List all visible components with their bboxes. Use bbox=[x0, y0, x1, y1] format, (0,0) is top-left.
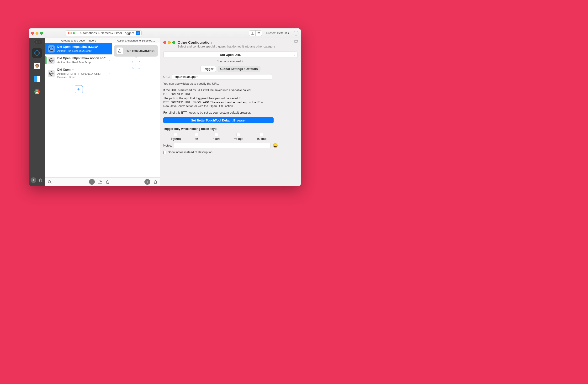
explain-default-browser: For all of this BTT needs to be set as y… bbox=[163, 111, 297, 115]
window-controls bbox=[31, 32, 43, 35]
actions-column-header: Actions Assigned to Selected… bbox=[112, 38, 160, 43]
modifier-keys-title: Trigger only while holding these keys: bbox=[163, 127, 297, 131]
brave-icon: 🦁 bbox=[34, 63, 40, 69]
trigger-row[interactable]: Did Open: https://www.notion.so/* Action… bbox=[45, 55, 112, 66]
trigger-category-label: Automations & Named & Other Triggers bbox=[80, 31, 134, 35]
window-stack-icon[interactable] bbox=[294, 40, 298, 43]
set-default-browser-button[interactable]: Set BetterTouchTool Default Browser bbox=[163, 117, 273, 123]
minimize-window-button[interactable] bbox=[36, 32, 39, 35]
add-action-button[interactable]: + bbox=[132, 61, 140, 69]
columns-view-button[interactable] bbox=[249, 31, 255, 36]
actions-footer: + bbox=[112, 177, 160, 186]
more-menu-button[interactable]: ⋯ bbox=[294, 31, 298, 36]
inner-window-controls bbox=[163, 41, 175, 44]
delete-app-button[interactable] bbox=[38, 177, 43, 183]
url-trigger-icon bbox=[48, 45, 55, 53]
config-tabs: Trigger Global Settings / Defaults bbox=[160, 66, 301, 72]
category-stepper[interactable]: ▴▾ bbox=[136, 31, 140, 35]
fn-checkbox[interactable] bbox=[195, 133, 198, 136]
config-subtitle: Select and configure special triggers th… bbox=[178, 45, 275, 48]
sidebar-app-brave[interactable]: 🦁 bbox=[32, 61, 42, 71]
fn-label: fn bbox=[195, 137, 198, 141]
actions-column: Actions Assigned to Selected… Run Real J… bbox=[112, 38, 160, 186]
opt-label: ⌥ opt bbox=[234, 137, 243, 141]
globe-icon bbox=[34, 50, 40, 56]
chrome-icon bbox=[34, 89, 40, 95]
cmd-label: ⌘ cmd bbox=[257, 137, 266, 141]
list-view-button[interactable] bbox=[255, 31, 262, 36]
chevron-right-icon: › bbox=[109, 47, 110, 51]
trigger-title: Did Open: https://www.notion.so/* bbox=[57, 57, 106, 61]
tab-global-settings[interactable]: Global Settings / Defaults bbox=[217, 66, 260, 72]
add-action-footer-button[interactable]: + bbox=[145, 179, 150, 185]
trigger-subtitle: Action: URL: {BTT_OPENED_URL}, Browser: … bbox=[57, 72, 106, 79]
enabled-indicator bbox=[45, 56, 46, 64]
trigger-type-select[interactable]: Did Open URL ⌄ bbox=[163, 52, 297, 58]
chevron-down-icon: ⌄ bbox=[293, 53, 295, 56]
explain-var2: The path of the app that triggered the o… bbox=[163, 97, 263, 108]
show-notes-checkbox[interactable] bbox=[163, 151, 167, 154]
emoji-picker-button[interactable]: 😀 bbox=[273, 143, 278, 148]
config-title: Other Configuration bbox=[178, 40, 275, 44]
show-notes-label: Show notes instead of description bbox=[168, 151, 212, 154]
config-panel: Other Configuration Select and configure… bbox=[160, 38, 301, 186]
trigger-row[interactable]: Did Open: https://linear.app/* Action: R… bbox=[45, 43, 112, 55]
explain-var1: If the URL is matched by BTT it will be … bbox=[163, 89, 251, 96]
console-button[interactable]: >>> bbox=[34, 40, 42, 44]
modifier-keys-row: ⇧(shift) fn ^ ctrl ⌥ opt ⌘ cmd bbox=[163, 133, 273, 141]
chevron-right-icon: › bbox=[109, 59, 110, 62]
opt-checkbox[interactable] bbox=[237, 133, 240, 136]
trigger-row[interactable]: Did Open: * Action: URL: {BTT_OPENED_URL… bbox=[45, 66, 112, 81]
url-trigger-icon bbox=[48, 70, 55, 77]
actions-assigned-label[interactable]: 1 actions assigned + bbox=[160, 60, 301, 63]
chevron-right-icon: › bbox=[109, 72, 110, 75]
triggers-column-header: Groups & Top Level Triggers bbox=[45, 38, 112, 43]
url-trigger-icon bbox=[48, 57, 55, 64]
action-item[interactable]: Run Real JavaScript bbox=[114, 45, 158, 57]
notes-label: Notes: bbox=[163, 144, 172, 147]
ctrl-label: ^ ctrl bbox=[213, 137, 220, 141]
app-sidebar: >>> 🦁 + bbox=[29, 38, 45, 186]
ctrl-checkbox[interactable] bbox=[215, 133, 218, 136]
add-app-button[interactable]: + bbox=[31, 177, 36, 183]
cmd-checkbox[interactable] bbox=[260, 133, 263, 136]
all-apps-icon bbox=[68, 32, 75, 34]
close-window-button[interactable] bbox=[31, 32, 34, 35]
sidebar-app-global[interactable] bbox=[32, 48, 42, 58]
svg-point-5 bbox=[35, 51, 39, 55]
trigger-title: Did Open: * bbox=[57, 68, 106, 72]
triggers-footer: + bbox=[45, 177, 112, 186]
inner-fullscreen-button[interactable] bbox=[172, 41, 175, 44]
inner-close-button[interactable] bbox=[163, 41, 166, 44]
action-label: Run Real JavaScript bbox=[126, 49, 154, 53]
explain-wildcards: You can use wildcards to specify the URL… bbox=[163, 82, 297, 86]
share-icon bbox=[117, 47, 123, 54]
svg-point-12 bbox=[48, 181, 51, 183]
inner-minimize-button[interactable] bbox=[168, 41, 171, 44]
fullscreen-window-button[interactable] bbox=[40, 32, 43, 35]
notes-input[interactable] bbox=[174, 143, 271, 148]
new-folder-button[interactable] bbox=[98, 180, 103, 184]
trigger-category-selector[interactable]: • Automations & Named & Other Triggers ▴… bbox=[66, 30, 142, 36]
svg-line-13 bbox=[50, 182, 51, 183]
url-input[interactable] bbox=[172, 74, 272, 80]
titlebar: • Automations & Named & Other Triggers ▴… bbox=[29, 28, 301, 38]
tab-trigger[interactable]: Trigger bbox=[200, 66, 216, 72]
shift-label: ⇧(shift) bbox=[170, 137, 181, 141]
delete-action-button[interactable] bbox=[153, 180, 158, 184]
trigger-type-value: Did Open URL bbox=[220, 53, 241, 57]
trigger-subtitle: Action: Run Real JavaScript bbox=[57, 61, 106, 64]
delete-trigger-button[interactable] bbox=[105, 180, 110, 184]
trigger-title: Did Open: https://linear.app/* bbox=[57, 45, 106, 49]
view-mode-segment bbox=[249, 30, 262, 36]
sidebar-app-chrome[interactable] bbox=[32, 87, 42, 97]
url-label: URL: bbox=[163, 75, 170, 79]
search-button[interactable] bbox=[47, 180, 52, 184]
app-window: • Automations & Named & Other Triggers ▴… bbox=[29, 28, 301, 186]
shift-checkbox[interactable] bbox=[174, 133, 177, 136]
add-trigger-button[interactable]: + bbox=[75, 85, 83, 93]
triggers-column: Groups & Top Level Triggers Did Open: ht… bbox=[45, 38, 112, 186]
add-item-button[interactable]: + bbox=[89, 179, 95, 185]
sidebar-app-finder[interactable] bbox=[32, 74, 42, 84]
preset-selector[interactable]: Preset: Default ▾ bbox=[264, 31, 292, 35]
